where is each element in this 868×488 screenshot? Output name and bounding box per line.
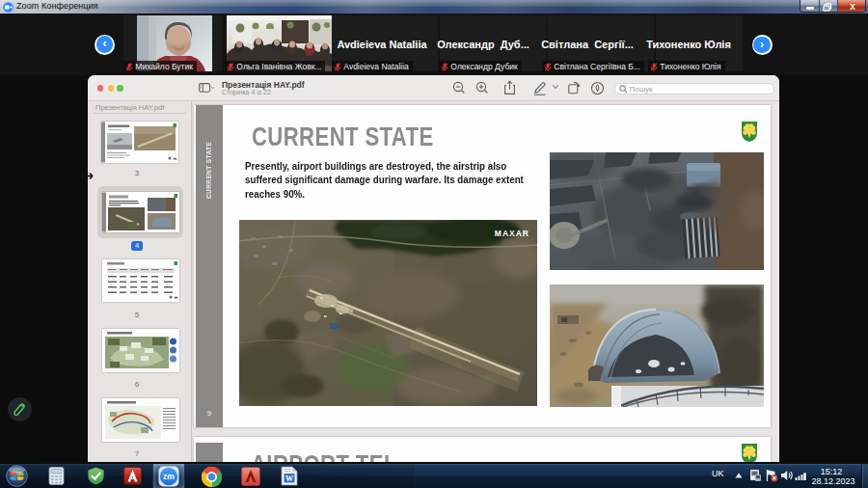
svg-text:W: W <box>285 474 293 483</box>
svg-text:MAXAR: MAXAR <box>495 229 529 238</box>
svg-text:zm: zm <box>163 472 175 481</box>
